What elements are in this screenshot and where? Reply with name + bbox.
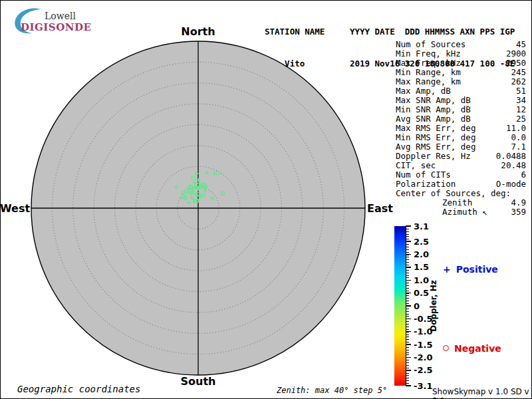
legend-positive-label: Positive	[456, 264, 498, 275]
colorbar-tick	[406, 344, 411, 345]
legend-positive: +Positive	[443, 264, 498, 275]
colorbar-tick-label: 0	[414, 302, 420, 311]
colorbar-tick-label: -2.5	[414, 366, 432, 374]
zenith-scale-note: Zenith: max 40° step 5°	[277, 386, 387, 395]
colorbar-tick-label: 1.0	[414, 276, 429, 285]
circle-marker-icon	[443, 345, 449, 351]
plus-marker-icon: +	[443, 264, 451, 275]
colorbar-tick	[406, 254, 411, 255]
colorbar-tick	[406, 385, 411, 386]
colorbar-tick-label: 2.5	[414, 237, 429, 246]
colorbar-tick-label: -3.1	[414, 382, 432, 390]
colorbar-tick-label: -2.0	[414, 353, 432, 362]
colorbar-tick-label: 1.5	[414, 263, 429, 271]
colorbar-tick-label: -1.5	[414, 340, 432, 349]
coordinates-note: Geographic coordinates	[17, 384, 140, 394]
compass-label-north: North	[165, 25, 231, 38]
colorbar-tick	[406, 370, 411, 371]
compass-label-east: East	[367, 202, 393, 215]
colorbar-tick	[406, 267, 411, 268]
compass-label-south: South	[165, 375, 231, 388]
colorbar-tick-label: 2.0	[414, 250, 429, 259]
colorbar-tick-label: 3.1	[414, 222, 429, 231]
colorbar-tick	[406, 319, 411, 320]
legend-negative: Negative	[443, 343, 501, 354]
colorbar-tick	[406, 241, 411, 242]
version-note: ShowSkymap v 1.0 SD v 5.1	[432, 387, 532, 399]
colorbar-tick	[406, 293, 411, 294]
colorbar-tick-label: 0.5	[414, 289, 429, 297]
compass-label-west: West	[0, 202, 28, 215]
colorbar-tick	[406, 280, 411, 281]
colorbar-tick	[406, 225, 411, 227]
skymap-plot	[0, 0, 532, 399]
colorbar-tick	[406, 331, 411, 332]
doppler-colorbar	[394, 226, 406, 386]
colorbar-axis-label: Doppler, Hz	[429, 280, 438, 332]
colorbar-tick	[406, 305, 411, 307]
colorbar-tick	[406, 357, 411, 358]
legend-negative-label: Negative	[454, 343, 501, 354]
